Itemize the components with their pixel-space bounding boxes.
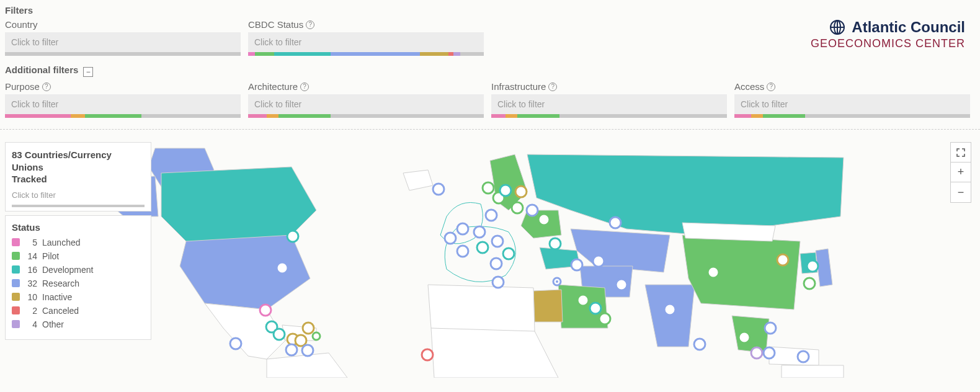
- filter-country-stripe: [5, 52, 241, 56]
- collapse-button[interactable]: −: [83, 67, 93, 77]
- svg-point-75: [765, 323, 776, 334]
- filter-infrastructure-label: Infrastructure: [491, 81, 546, 92]
- map-marker[interactable]: [302, 345, 313, 356]
- filter-country-input[interactable]: Click to filter: [5, 32, 241, 52]
- map-marker[interactable]: [492, 277, 504, 288]
- svg-point-33: [260, 305, 271, 316]
- map-marker[interactable]: [777, 254, 788, 265]
- legend-swatch: [12, 252, 20, 260]
- map-marker[interactable]: [553, 278, 561, 285]
- filter-status-input[interactable]: Click to filter: [248, 32, 484, 52]
- legend-item[interactable]: 4Other: [12, 319, 145, 329]
- map-marker[interactable]: [515, 186, 527, 197]
- filter-infrastructure: Infrastructure ? Click to filter: [491, 81, 727, 118]
- map-marker[interactable]: [483, 182, 494, 194]
- map-marker[interactable]: [577, 295, 589, 306]
- svg-marker-11: [403, 170, 433, 190]
- legend-item[interactable]: 16Development: [12, 265, 145, 275]
- svg-point-78: [777, 254, 788, 265]
- tracked-title-a: 83 Countries/Currency Unions: [12, 149, 112, 172]
- zoom-in-button[interactable]: +: [951, 163, 971, 182]
- filter-access: Access ? Click to filter: [734, 81, 970, 118]
- map-marker[interactable]: [512, 202, 523, 213]
- map-marker[interactable]: [798, 351, 809, 362]
- map-marker[interactable]: [694, 339, 705, 350]
- filter-purpose-input[interactable]: Click to filter: [5, 94, 241, 114]
- map-marker[interactable]: [538, 214, 550, 225]
- map-marker[interactable]: [616, 279, 627, 290]
- filter-infrastructure-input[interactable]: Click to filter: [491, 94, 727, 114]
- map-marker[interactable]: [474, 226, 485, 238]
- legend-item[interactable]: 2Canceled: [12, 306, 145, 316]
- map-marker[interactable]: [804, 278, 815, 289]
- map-marker[interactable]: [287, 231, 298, 242]
- map-marker[interactable]: [457, 223, 468, 234]
- tracked-filter-input[interactable]: Click to filter: [12, 190, 145, 200]
- map-marker[interactable]: [286, 344, 297, 355]
- svg-point-46: [500, 185, 511, 196]
- legend-item[interactable]: 32Research: [12, 278, 145, 288]
- help-icon[interactable]: ?: [548, 82, 557, 91]
- map-marker[interactable]: [807, 261, 818, 272]
- svg-point-69: [593, 256, 604, 267]
- svg-point-48: [515, 186, 527, 197]
- help-icon[interactable]: ?: [42, 82, 51, 91]
- filter-architecture-label: Architecture: [248, 81, 298, 92]
- map-marker[interactable]: [491, 258, 502, 269]
- filter-architecture-input[interactable]: Click to filter: [248, 94, 484, 114]
- svg-marker-25: [732, 316, 769, 353]
- map-marker[interactable]: [422, 349, 433, 360]
- map-marker[interactable]: [260, 305, 271, 316]
- map-marker[interactable]: [433, 184, 444, 195]
- svg-point-64: [571, 259, 582, 270]
- map-marker[interactable]: [492, 236, 503, 247]
- legend-label: Launched: [42, 238, 81, 247]
- zoom-out-button[interactable]: −: [951, 182, 971, 202]
- map-marker[interactable]: [708, 267, 719, 278]
- legend-count: 2: [25, 306, 37, 316]
- legend-item[interactable]: 14Pilot: [12, 251, 145, 261]
- map-marker[interactable]: [593, 256, 604, 267]
- map-marker[interactable]: [765, 323, 776, 334]
- map-marker[interactable]: [599, 313, 610, 324]
- filter-status-stripe: [248, 52, 484, 56]
- svg-point-68: [610, 217, 621, 228]
- svg-point-35: [274, 329, 285, 340]
- map-marker[interactable]: [277, 262, 288, 274]
- filter-country-label: Country: [5, 19, 38, 30]
- map-marker[interactable]: [527, 205, 538, 216]
- help-icon[interactable]: ?: [300, 82, 309, 91]
- map-marker[interactable]: [477, 242, 488, 253]
- map-marker[interactable]: [313, 332, 320, 340]
- fullscreen-button[interactable]: [951, 143, 971, 163]
- map-marker[interactable]: [571, 259, 582, 270]
- map-marker[interactable]: [500, 185, 511, 196]
- legend-label: Pilot: [42, 251, 59, 261]
- map-marker[interactable]: [550, 238, 561, 249]
- legend-item[interactable]: 5Launched: [12, 238, 145, 247]
- map-marker[interactable]: [590, 303, 601, 314]
- map-marker[interactable]: [486, 210, 497, 221]
- map-marker[interactable]: [751, 347, 762, 359]
- map-marker[interactable]: [664, 304, 675, 315]
- map-marker[interactable]: [764, 347, 775, 359]
- legend-swatch: [12, 279, 20, 287]
- map-marker[interactable]: [445, 233, 456, 244]
- map-marker[interactable]: [230, 338, 241, 349]
- help-icon[interactable]: ?: [767, 82, 775, 91]
- svg-marker-21: [431, 328, 558, 378]
- svg-marker-29: [782, 365, 844, 378]
- map-marker[interactable]: [503, 248, 514, 259]
- map-marker[interactable]: [303, 323, 314, 334]
- map-marker[interactable]: [457, 246, 468, 257]
- map-marker[interactable]: [739, 332, 750, 343]
- map-marker[interactable]: [610, 217, 621, 228]
- legend-count: 4: [25, 319, 37, 329]
- map-marker[interactable]: [274, 329, 285, 340]
- tracked-stripe: [12, 205, 145, 207]
- legend-item[interactable]: 10Inactive: [12, 292, 145, 302]
- filter-access-input[interactable]: Click to filter: [734, 94, 970, 114]
- map-marker[interactable]: [295, 335, 306, 346]
- svg-point-37: [295, 335, 306, 346]
- help-icon[interactable]: ?: [306, 20, 314, 29]
